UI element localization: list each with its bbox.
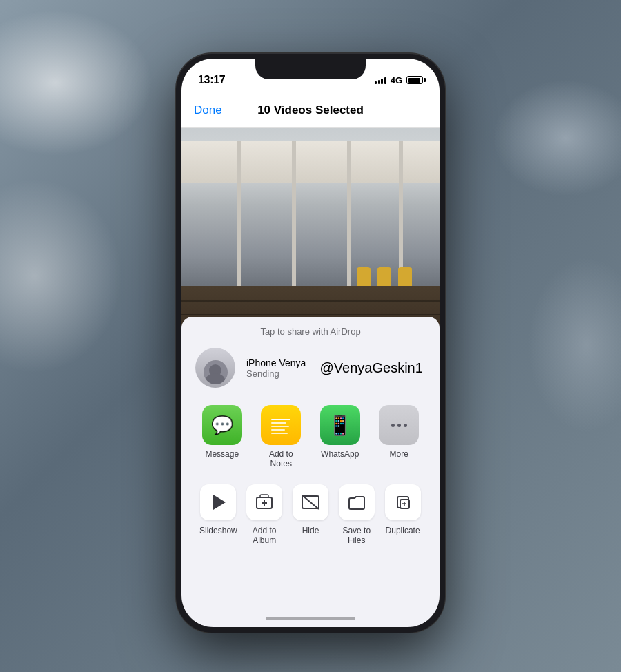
signal-bar-4 <box>384 77 386 84</box>
action-slideshow-label: Slideshow <box>199 526 237 535</box>
contact-status: Sending <box>246 368 306 379</box>
app-whatsapp-label: WhatsApp <box>321 449 359 459</box>
app-message[interactable]: 💬 Message <box>199 405 246 459</box>
done-button[interactable]: Done <box>194 103 222 117</box>
action-add-album[interactable]: Add to Album <box>241 484 287 545</box>
signal-bar-2 <box>378 80 380 84</box>
play-triangle-icon <box>213 495 226 510</box>
add-album-icon <box>246 484 282 520</box>
add-album-svg <box>255 493 273 511</box>
action-save-files-label: Save to Files <box>334 526 379 545</box>
phone-inner: 13:17 4G <box>181 59 440 627</box>
hide-icon <box>293 484 328 520</box>
phone-outer: 13:17 4G <box>176 53 445 633</box>
signal-bars-icon <box>375 76 386 84</box>
signal-bar-3 <box>381 79 383 84</box>
action-add-album-label: Add to Album <box>241 526 287 545</box>
hide-svg <box>302 495 319 510</box>
action-hide-label: Hide <box>302 526 319 535</box>
actions-row: Slideshow Add to Al <box>190 473 431 551</box>
notes-line-4 <box>271 429 285 431</box>
whatsapp-phone-icon: 📱 <box>328 414 352 437</box>
notes-line-1 <box>271 419 290 420</box>
app-whatsapp[interactable]: 📱 WhatsApp <box>317 405 364 459</box>
twitter-handle: @VenyaGeskin1 <box>317 360 426 376</box>
airdrop-hint[interactable]: Tap to share with AirDrop <box>181 317 440 344</box>
contact-name: iPhone Venya <box>246 357 306 368</box>
notes-icon <box>261 405 301 445</box>
notes-line-2 <box>271 422 286 424</box>
share-sheet: Tap to share with AirDrop iPhone Venya S… <box>181 317 440 627</box>
more-dots-icon <box>391 424 407 427</box>
notes-lines-icon <box>267 413 295 437</box>
svg-line-4 <box>302 495 319 509</box>
deck-line-1 <box>181 300 440 302</box>
save-files-svg <box>348 494 366 511</box>
dot-1 <box>391 424 395 427</box>
app-notes-label: Add to Notes <box>257 449 304 468</box>
app-notes[interactable]: Add to Notes <box>257 405 304 468</box>
nav-bar: Done 10 Videos Selected <box>181 93 440 128</box>
chair-2 <box>377 267 391 286</box>
duplicate-svg <box>394 493 412 511</box>
app-message-label: Message <box>205 449 239 459</box>
chair-3 <box>357 267 371 286</box>
apps-row: 💬 Message <box>181 395 440 473</box>
notch <box>255 59 366 79</box>
notes-line-3 <box>271 426 289 427</box>
chair-1 <box>398 267 412 286</box>
airdrop-contact-row: iPhone Venya Sending @VenyaGeskin1 <box>181 344 440 395</box>
notes-line-5 <box>271 433 288 434</box>
action-save-files[interactable]: Save to Files <box>334 484 379 545</box>
dot-2 <box>397 424 401 427</box>
signal-bar-1 <box>375 81 377 84</box>
save-files-icon <box>339 484 375 520</box>
action-duplicate-label: Duplicate <box>386 526 420 535</box>
deck-line-2 <box>181 314 440 315</box>
whatsapp-icon: 📱 <box>320 405 360 445</box>
action-hide[interactable]: Hide <box>288 484 333 535</box>
more-icon <box>379 405 419 445</box>
dot-3 <box>404 424 407 427</box>
battery-fill <box>408 78 420 83</box>
status-time: 13:17 <box>198 74 225 86</box>
phone-wrapper: 13:17 4G <box>176 53 445 633</box>
network-type: 4G <box>391 75 402 86</box>
status-icons: 4G <box>375 75 423 86</box>
avatar <box>195 348 235 388</box>
app-more-label: More <box>390 449 408 459</box>
avatar-silhouette <box>204 360 228 384</box>
message-icon: 💬 <box>202 405 242 445</box>
action-slideshow[interactable]: Slideshow <box>195 484 241 535</box>
nav-title: 10 Videos Selected <box>257 103 364 117</box>
app-more[interactable]: More <box>375 405 422 459</box>
scene: 13:17 4G <box>0 0 621 672</box>
duplicate-icon <box>385 484 421 520</box>
slideshow-icon <box>200 484 236 520</box>
battery-icon <box>406 76 423 84</box>
column-4 <box>399 141 403 279</box>
contact-info: iPhone Venya Sending <box>246 357 306 379</box>
action-duplicate[interactable]: Duplicate <box>380 484 426 535</box>
home-indicator <box>266 617 355 620</box>
